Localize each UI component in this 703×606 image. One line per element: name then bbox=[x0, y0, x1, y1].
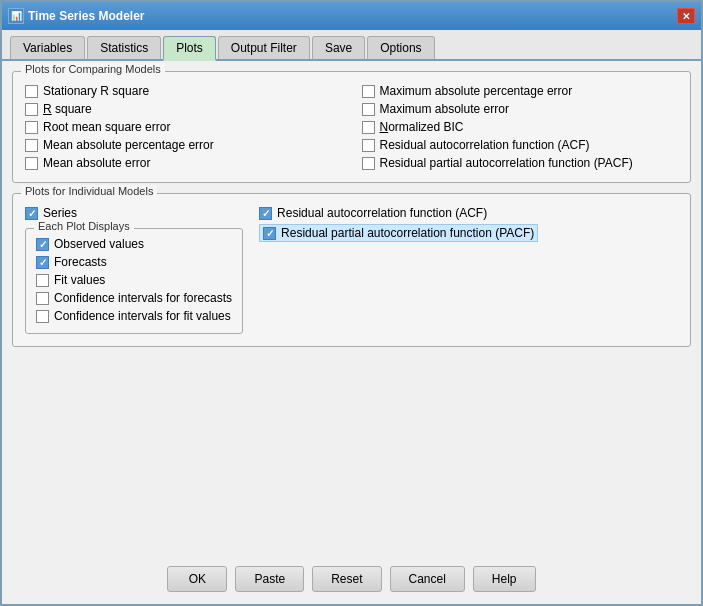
checkbox-forecasts-box[interactable] bbox=[36, 256, 49, 269]
comparing-models-group: Plots for Comparing Models Stationary R … bbox=[12, 71, 691, 183]
checkbox-stationary-r-sq-label: Stationary R square bbox=[43, 84, 149, 98]
title-bar: 📊 Time Series Modeler ✕ bbox=[2, 2, 701, 30]
checkbox-residual-acf[interactable]: Residual autocorrelation function (ACF) bbox=[362, 138, 679, 152]
checkbox-max-abs-err-label: Maximum absolute error bbox=[380, 102, 509, 116]
individual-models-group: Plots for Individual Models Series Each … bbox=[12, 193, 691, 347]
window-title: Time Series Modeler bbox=[28, 9, 145, 23]
content-area: Plots for Comparing Models Stationary R … bbox=[2, 61, 701, 554]
checkbox-mean-abs-err-label: Mean absolute error bbox=[43, 156, 150, 170]
each-plot-displays-box: Each Plot Displays Observed values Forec… bbox=[25, 228, 243, 334]
checkbox-res-acf[interactable]: Residual autocorrelation function (ACF) bbox=[259, 206, 538, 220]
checkbox-mean-abs-pct[interactable]: Mean absolute percentage error bbox=[25, 138, 342, 152]
help-button[interactable]: Help bbox=[473, 566, 536, 592]
checkbox-root-mean-sq-label: Root mean square error bbox=[43, 120, 170, 134]
individual-left-column: Series Each Plot Displays Observed value… bbox=[25, 206, 243, 334]
tab-plots[interactable]: Plots bbox=[163, 36, 216, 61]
checkbox-conf-fit-label: Confidence intervals for fit values bbox=[54, 309, 231, 323]
checkbox-conf-forecasts[interactable]: Confidence intervals for forecasts bbox=[36, 291, 232, 305]
checkbox-forecasts-label: Forecasts bbox=[54, 255, 107, 269]
checkbox-forecasts[interactable]: Forecasts bbox=[36, 255, 232, 269]
checkbox-mean-abs-err-box[interactable] bbox=[25, 157, 38, 170]
checkbox-res-pacf-row[interactable]: Residual partial autocorrelation functio… bbox=[259, 224, 538, 242]
tab-statistics[interactable]: Statistics bbox=[87, 36, 161, 59]
tab-options[interactable]: Options bbox=[367, 36, 434, 59]
title-bar-left: 📊 Time Series Modeler bbox=[8, 8, 145, 24]
checkbox-conf-fit-box[interactable] bbox=[36, 310, 49, 323]
checkbox-residual-pacf-label: Residual partial autocorrelation functio… bbox=[380, 156, 633, 170]
checkbox-series-box[interactable] bbox=[25, 207, 38, 220]
cancel-button[interactable]: Cancel bbox=[390, 566, 465, 592]
comparing-models-title: Plots for Comparing Models bbox=[21, 63, 165, 75]
checkbox-fit-values[interactable]: Fit values bbox=[36, 273, 232, 287]
checkbox-fit-values-box[interactable] bbox=[36, 274, 49, 287]
checkbox-res-pacf-label: Residual partial autocorrelation functio… bbox=[281, 226, 534, 240]
checkbox-residual-acf-label: Residual autocorrelation function (ACF) bbox=[380, 138, 590, 152]
checkbox-observed-box[interactable] bbox=[36, 238, 49, 251]
ok-button[interactable]: OK bbox=[167, 566, 227, 592]
checkbox-observed[interactable]: Observed values bbox=[36, 237, 232, 251]
paste-button[interactable]: Paste bbox=[235, 566, 304, 592]
checkbox-r-square-label: R square bbox=[43, 102, 92, 116]
checkbox-residual-pacf-box[interactable] bbox=[362, 157, 375, 170]
checkbox-conf-forecasts-label: Confidence intervals for forecasts bbox=[54, 291, 232, 305]
checkbox-max-abs-err-box[interactable] bbox=[362, 103, 375, 116]
checkbox-mean-abs-err[interactable]: Mean absolute error bbox=[25, 156, 342, 170]
app-icon: 📊 bbox=[8, 8, 24, 24]
checkbox-max-abs-pct[interactable]: Maximum absolute percentage error bbox=[362, 84, 679, 98]
checkbox-stationary-r-sq[interactable]: Stationary R square bbox=[25, 84, 342, 98]
checkbox-residual-acf-box[interactable] bbox=[362, 139, 375, 152]
checkbox-root-mean-sq-box[interactable] bbox=[25, 121, 38, 134]
checkbox-root-mean-sq[interactable]: Root mean square error bbox=[25, 120, 342, 134]
checkbox-normalized-bic[interactable]: Normalized BIC bbox=[362, 120, 679, 134]
main-window: 📊 Time Series Modeler ✕ Variables Statis… bbox=[0, 0, 703, 606]
checkbox-conf-forecasts-box[interactable] bbox=[36, 292, 49, 305]
checkbox-res-acf-box[interactable] bbox=[259, 207, 272, 220]
individual-models-title: Plots for Individual Models bbox=[21, 185, 157, 197]
tab-bar: Variables Statistics Plots Output Filter… bbox=[2, 30, 701, 61]
checkbox-max-abs-pct-box[interactable] bbox=[362, 85, 375, 98]
reset-button[interactable]: Reset bbox=[312, 566, 381, 592]
checkbox-series[interactable]: Series bbox=[25, 206, 243, 220]
tab-variables[interactable]: Variables bbox=[10, 36, 85, 59]
checkbox-res-acf-label: Residual autocorrelation function (ACF) bbox=[277, 206, 487, 220]
checkbox-mean-abs-pct-box[interactable] bbox=[25, 139, 38, 152]
tab-save[interactable]: Save bbox=[312, 36, 365, 59]
each-plot-items: Observed values Forecasts Fit values bbox=[36, 237, 232, 323]
checkbox-res-pacf-box[interactable] bbox=[263, 227, 276, 240]
checkbox-normalized-bic-box[interactable] bbox=[362, 121, 375, 134]
tab-output-filter[interactable]: Output Filter bbox=[218, 36, 310, 59]
close-button[interactable]: ✕ bbox=[677, 8, 695, 24]
checkbox-observed-label: Observed values bbox=[54, 237, 144, 251]
comparing-models-grid: Stationary R square Maximum absolute per… bbox=[25, 84, 678, 170]
checkbox-max-abs-err[interactable]: Maximum absolute error bbox=[362, 102, 679, 116]
button-bar: OK Paste Reset Cancel Help bbox=[2, 554, 701, 604]
each-plot-title: Each Plot Displays bbox=[34, 220, 134, 232]
individual-right-column: Residual autocorrelation function (ACF) … bbox=[259, 206, 538, 334]
checkbox-normalized-bic-label: Normalized BIC bbox=[380, 120, 464, 134]
checkbox-fit-values-label: Fit values bbox=[54, 273, 105, 287]
checkbox-conf-fit[interactable]: Confidence intervals for fit values bbox=[36, 309, 232, 323]
checkbox-stationary-r-sq-box[interactable] bbox=[25, 85, 38, 98]
checkbox-residual-pacf[interactable]: Residual partial autocorrelation functio… bbox=[362, 156, 679, 170]
checkbox-r-square-box[interactable] bbox=[25, 103, 38, 116]
checkbox-mean-abs-pct-label: Mean absolute percentage error bbox=[43, 138, 214, 152]
individual-models-content: Series Each Plot Displays Observed value… bbox=[25, 206, 678, 334]
checkbox-max-abs-pct-label: Maximum absolute percentage error bbox=[380, 84, 573, 98]
checkbox-series-label: Series bbox=[43, 206, 77, 220]
checkbox-r-square[interactable]: R square bbox=[25, 102, 342, 116]
